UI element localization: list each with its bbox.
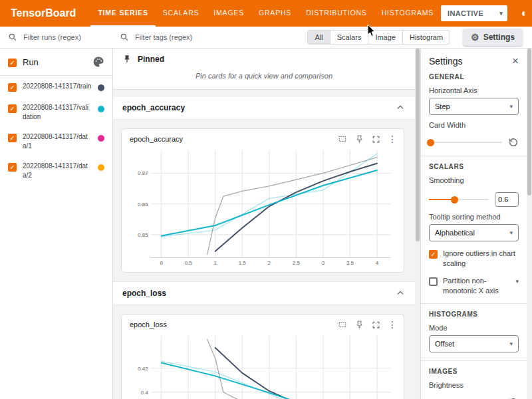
panel-scrollbar[interactable]: [527, 49, 532, 399]
panel-scrollbar-thumb[interactable]: [527, 49, 531, 196]
fit-to-domain-icon[interactable]: [338, 320, 347, 329]
chevron-down-icon: ▾: [509, 340, 513, 347]
close-icon[interactable]: ×: [512, 55, 519, 66]
chip-scalars[interactable]: Scalars: [330, 30, 369, 45]
run-color-dot: [98, 135, 104, 142]
slider-thumb[interactable]: [427, 139, 434, 146]
partition-x-axis-row[interactable]: Partition non-monotonic X axis ▾: [429, 276, 519, 296]
collapse-icon[interactable]: [395, 288, 406, 299]
pin-card-icon[interactable]: [354, 320, 364, 329]
main-scrollbar[interactable]: [415, 49, 420, 399]
run-checkbox[interactable]: ✓: [8, 134, 17, 142]
runs-sidebar: ✓ Run ✓ 20220808-141317/train ✓ 20220808…: [0, 49, 113, 399]
ignore-outliers-row[interactable]: ✓ Ignore outliers in chart scaling: [429, 249, 519, 269]
tooltip-sorting-value: Alphabetical: [435, 229, 475, 237]
reload-status-dropdown[interactable]: INACTIVE ▾: [441, 5, 507, 21]
svg-text:3.5: 3.5: [346, 260, 354, 266]
smoothing-slider[interactable]: [429, 196, 489, 203]
dark-mode-toggle-icon[interactable]: ◐: [515, 5, 532, 23]
more-options-icon[interactable]: ⋮: [388, 134, 397, 144]
svg-text:0.85: 0.85: [138, 232, 148, 238]
filter-toolbar: All Scalars Image Histogram ⚙ Settings: [0, 27, 532, 49]
partition-x-axis-checkbox[interactable]: [429, 277, 438, 286]
ignore-outliers-checkbox[interactable]: ✓: [429, 250, 438, 259]
card-epoch-accuracy: epoch_accuracy ⋮ 00.511.522.533.540.850.…: [121, 128, 404, 273]
settings-panel-title: Settings: [429, 56, 463, 66]
chevron-down-icon: ▾: [509, 229, 513, 236]
settings-button-label: Settings: [483, 33, 515, 42]
fullscreen-icon[interactable]: [371, 134, 380, 144]
run-row-validation[interactable]: ✓ 20220808-141317/validation: [0, 97, 112, 126]
filter-tags-box: All Scalars Image Histogram ⚙ Settings: [113, 29, 532, 46]
select-all-runs-checkbox[interactable]: ✓: [8, 59, 17, 67]
cards-main-area: Pinned Pin cards for a quick view and co…: [113, 49, 420, 399]
run-color-dot: [98, 164, 104, 171]
runs-header-label: Run: [23, 57, 86, 67]
svg-text:0: 0: [160, 260, 164, 266]
svg-text:0.86: 0.86: [138, 201, 148, 207]
palette-icon[interactable]: [92, 56, 104, 68]
run-checkbox[interactable]: ✓: [8, 163, 17, 172]
reset-icon[interactable]: [508, 137, 519, 148]
chevron-down-icon: ▾: [509, 103, 513, 110]
svg-text:1.5: 1.5: [239, 260, 247, 266]
histogram-mode-select[interactable]: Offset ▾: [429, 335, 519, 352]
horizontal-axis-value: Step: [435, 102, 450, 110]
histogram-mode-value: Offset: [435, 340, 454, 348]
tab-distributions[interactable]: DISTRIBUTIONS: [299, 0, 374, 27]
run-color-dot: [98, 106, 104, 112]
smoothing-value-input[interactable]: [495, 192, 519, 207]
collapse-icon[interactable]: [395, 102, 406, 113]
search-icon: [8, 33, 17, 42]
more-options-icon[interactable]: ⋮: [388, 320, 397, 329]
chip-all[interactable]: All: [307, 30, 330, 45]
section-scalars: SCALARS: [429, 163, 519, 170]
chip-histogram[interactable]: Histogram: [402, 30, 450, 45]
svg-text:0.5: 0.5: [185, 260, 193, 266]
filter-tags-input[interactable]: [134, 33, 303, 42]
epoch-loss-chart[interactable]: 00.511.522.533.540.360.380.40.42: [127, 331, 398, 399]
card-width-slider[interactable]: [429, 138, 502, 146]
run-checkbox[interactable]: ✓: [8, 104, 17, 113]
tab-graphs[interactable]: GRAPHS: [251, 0, 299, 27]
run-checkbox[interactable]: ✓: [8, 83, 17, 92]
tab-scalars[interactable]: SCALARS: [156, 0, 207, 27]
brightness-label: Brightness: [429, 381, 519, 389]
smoothing-label: Smoothing: [429, 176, 519, 184]
settings-button[interactable]: ⚙ Settings: [463, 29, 523, 46]
svg-text:0.87: 0.87: [138, 170, 148, 176]
main-scrollbar-thumb[interactable]: [416, 49, 420, 241]
slider-thumb[interactable]: [451, 196, 458, 203]
main-nav: TIME SERIES SCALARS IMAGES GRAPHS DISTRI…: [90, 0, 441, 27]
section-images: IMAGES: [429, 368, 519, 375]
section-histograms: HISTOGRAMS: [429, 311, 519, 318]
svg-text:0.42: 0.42: [138, 366, 148, 372]
pinned-title: Pinned: [138, 55, 164, 64]
run-row-data-2[interactable]: ✓ 20220808-141317/data/2: [0, 156, 112, 185]
section-title: epoch_loss: [122, 289, 166, 298]
fit-to-domain-icon[interactable]: [338, 134, 347, 144]
runs-header-row: ✓ Run: [0, 49, 112, 76]
run-label: 20220808-141317/data/2: [23, 162, 92, 180]
chevron-down-icon: ▾: [499, 10, 503, 17]
tooltip-sorting-select[interactable]: Alphabetical ▾: [429, 224, 519, 241]
chevron-down-icon: ▾: [515, 277, 519, 285]
section-header-epoch-accuracy[interactable]: epoch_accuracy: [113, 96, 415, 120]
tab-images[interactable]: IMAGES: [206, 0, 251, 27]
tab-time-series[interactable]: TIME SERIES: [90, 0, 155, 27]
horizontal-axis-select[interactable]: Step ▾: [429, 98, 519, 115]
fullscreen-icon[interactable]: [371, 320, 380, 329]
card-title: epoch_loss: [130, 321, 167, 329]
pin-card-icon[interactable]: [354, 134, 364, 144]
section-header-epoch-loss[interactable]: epoch_loss: [113, 281, 415, 305]
svg-text:4: 4: [376, 260, 379, 266]
content-area: ✓ Run ✓ 20220808-141317/train ✓ 20220808…: [0, 49, 532, 399]
chip-image[interactable]: Image: [368, 30, 403, 45]
run-row-train[interactable]: ✓ 20220808-141317/train: [0, 76, 112, 97]
search-icon: [120, 33, 129, 42]
pinned-section: Pinned Pin cards for a quick view and co…: [113, 49, 415, 90]
epoch-accuracy-chart[interactable]: 00.511.522.533.540.850.860.87: [127, 145, 398, 269]
tab-histograms[interactable]: HISTOGRAMS: [374, 0, 441, 27]
run-row-data-1[interactable]: ✓ 20220808-141317/data/1: [0, 126, 112, 156]
filter-runs-input[interactable]: [22, 33, 105, 42]
